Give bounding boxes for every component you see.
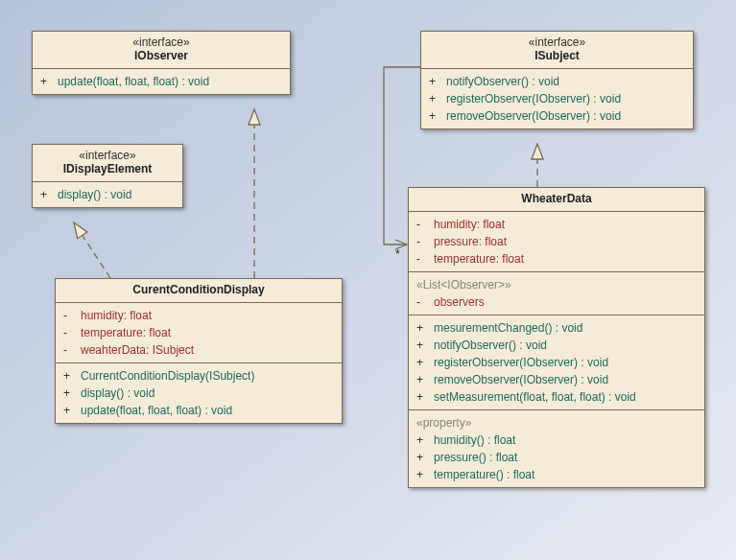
visibility: + xyxy=(63,402,81,419)
visibility: + xyxy=(63,385,81,402)
operation: removeObserver(IObserver) : void xyxy=(446,107,621,125)
visibility: - xyxy=(416,293,434,311)
attribute: humidity: float xyxy=(81,307,152,324)
operation-row: + registerObserver(IObserver) : void xyxy=(429,90,685,107)
visibility: + xyxy=(429,90,446,107)
visibility: + xyxy=(416,354,434,371)
attribute: observers xyxy=(434,293,485,311)
wd-title: WheaterData xyxy=(409,188,704,211)
visibility: + xyxy=(416,388,434,406)
operation-row: + humidity() : float xyxy=(416,432,697,449)
assoc-multiplicity: * xyxy=(395,247,400,261)
visibility: + xyxy=(429,73,446,90)
visibility: + xyxy=(416,371,434,388)
idisplay-name: IDisplayElement xyxy=(63,162,153,175)
visibility: - xyxy=(63,341,81,359)
wd-attrs: - humidity: float - pressure: float - te… xyxy=(409,211,704,271)
attribute: weahterData: ISubject xyxy=(81,341,194,359)
attribute-row: - temperature: float xyxy=(63,324,334,341)
visibility: + xyxy=(63,367,81,385)
attribute: pressure: float xyxy=(434,233,507,250)
attribute-row: - pressure: float xyxy=(416,233,697,250)
operation-row: + display() : void xyxy=(40,186,175,203)
group-label: «property» xyxy=(416,414,471,432)
visibility: + xyxy=(416,466,434,483)
operation-row: + temperature() : float xyxy=(416,466,697,483)
operation-row: + removeObserver(IObserver) : void xyxy=(429,107,685,125)
attribute-row: - weahterData: ISubject xyxy=(63,341,334,359)
operation: update(float, float, float) : void xyxy=(58,73,209,90)
ccd-name: CurentConditionDisplay xyxy=(132,283,264,296)
operation: registerObserver(IObserver) : void xyxy=(446,90,621,107)
visibility: + xyxy=(40,73,58,90)
visibility: - xyxy=(63,324,81,341)
visibility: - xyxy=(416,216,434,233)
visibility: - xyxy=(63,307,81,324)
operation: CurrentConditionDisplay(ISubject) xyxy=(81,367,254,385)
operation: pressure() : float xyxy=(434,449,517,466)
wd-name: WheaterData xyxy=(521,192,591,205)
iobserver-ops: + update(float, float, float) : void xyxy=(33,68,290,94)
operation: humidity() : float xyxy=(434,432,515,449)
group-label: «List<IObserver>» xyxy=(416,276,511,293)
visibility: - xyxy=(416,233,434,250)
operation: temperature() : float xyxy=(434,466,534,483)
attribute-row: - observers xyxy=(416,293,697,311)
attribute-row: - humidity: float xyxy=(63,307,334,324)
visibility: + xyxy=(40,186,58,203)
ccd-title: CurentConditionDisplay xyxy=(56,279,342,302)
operation-row: + update(float, float, float) : void xyxy=(40,73,282,90)
operation: removeObserver(IObserver) : void xyxy=(434,371,608,388)
visibility: - xyxy=(416,250,434,268)
class-curentconditiondisplay: CurentConditionDisplay - humidity: float… xyxy=(55,278,343,424)
idisplay-ops: + display() : void xyxy=(33,181,182,207)
operation-row: + notifyObserver() : void xyxy=(416,337,697,354)
attribute-row: - temperature: float xyxy=(416,250,697,268)
realization-ccd-idisplay xyxy=(74,222,110,278)
attribute: humidity: float xyxy=(434,216,505,233)
operation-row: + mesurementChanged() : void xyxy=(416,319,697,337)
visibility: + xyxy=(416,432,434,449)
operation-row: + CurrentConditionDisplay(ISubject) xyxy=(63,367,334,385)
ccd-attrs: - humidity: float - temperature: float -… xyxy=(56,302,342,362)
operation-row: + pressure() : float xyxy=(416,449,697,466)
visibility: + xyxy=(416,449,434,466)
iobserver-name: IObserver xyxy=(134,49,188,62)
operation: setMeasurement(float, float, float) : vo… xyxy=(434,388,636,406)
visibility: + xyxy=(429,107,446,125)
visibility: + xyxy=(416,319,434,337)
operation: update(float, float, float) : void xyxy=(81,402,232,419)
class-wheaterdata: WheaterData - humidity: float - pressure… xyxy=(408,187,705,488)
wd-observers-group: «List<IObserver>» - observers xyxy=(409,271,704,315)
operation: registerObserver(IObserver) : void xyxy=(434,354,608,371)
operation: notifyObserver() : void xyxy=(434,337,547,354)
operation: notifyObserver() : void xyxy=(446,73,559,90)
operation-row: + setMeasurement(float, float, float) : … xyxy=(416,388,697,406)
wd-property-group: «property» + humidity() : float + pressu… xyxy=(409,409,704,487)
isubject-title: «interface» ISubject xyxy=(421,32,693,68)
class-iobserver: «interface» IObserver + update(float, fl… xyxy=(32,31,291,95)
isubject-name: ISubject xyxy=(534,49,580,62)
attribute: temperature: float xyxy=(434,250,524,268)
idisplay-title: «interface» IDisplayElement xyxy=(33,145,182,181)
operation: mesurementChanged() : void xyxy=(434,319,582,337)
operation: display() : void xyxy=(81,385,154,402)
class-idisplayelement: «interface» IDisplayElement + display() … xyxy=(32,144,183,208)
attribute: temperature: float xyxy=(81,324,171,341)
operation-row: + notifyObserver() : void xyxy=(429,73,685,90)
visibility: + xyxy=(416,337,434,354)
isubject-stereotype: «interface» xyxy=(425,35,689,49)
operation-row: + display() : void xyxy=(63,385,334,402)
attribute-row: - humidity: float xyxy=(416,216,697,233)
idisplay-stereotype: «interface» xyxy=(36,149,178,162)
iobserver-stereotype: «interface» xyxy=(36,35,286,49)
class-isubject: «interface» ISubject + notifyObserver() … xyxy=(420,31,694,129)
operation: display() : void xyxy=(58,186,131,203)
wd-ops: + mesurementChanged() : void + notifyObs… xyxy=(409,315,704,409)
isubject-ops: + notifyObserver() : void + registerObse… xyxy=(421,68,693,128)
ccd-ops: + CurrentConditionDisplay(ISubject) + di… xyxy=(56,362,342,423)
operation-row: + removeObserver(IObserver) : void xyxy=(416,371,697,388)
operation-row: + update(float, float, float) : void xyxy=(63,402,334,419)
uml-canvas: * «interface» IObserver + update(float, … xyxy=(0,0,736,560)
operation-row: + registerObserver(IObserver) : void xyxy=(416,354,697,371)
